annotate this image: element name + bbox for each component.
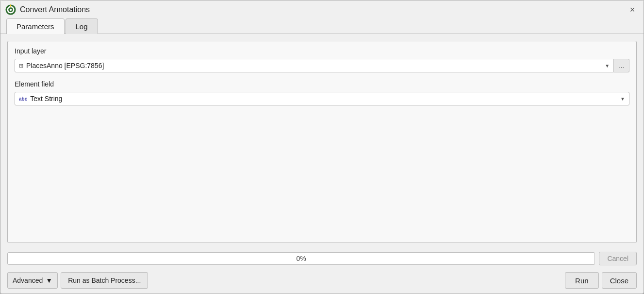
convert-annotations-dialog: Convert Annotations × Parameters Log Inp…: [0, 0, 644, 294]
element-field-value: Text String: [30, 95, 62, 103]
window-close-button[interactable]: ×: [627, 4, 638, 15]
progress-row: 0% Cancel: [0, 248, 644, 269]
input-layer-value-container: ⊞ PlacesAnno [EPSG:7856]: [19, 62, 104, 69]
parameters-panel: Input layer ⊞ PlacesAnno [EPSG:7856] ▼ .…: [7, 41, 637, 243]
abc-icon: abc: [19, 96, 27, 102]
input-layer-dropdown-arrow: ▼: [605, 63, 610, 69]
content-area: Input layer ⊞ PlacesAnno [EPSG:7856] ▼ .…: [0, 34, 644, 248]
progress-text: 0%: [297, 255, 306, 262]
input-layer-browse-button[interactable]: ...: [614, 59, 629, 72]
advanced-label: Advanced: [13, 277, 43, 284]
advanced-button[interactable]: Advanced ▼: [7, 272, 58, 289]
bottom-left: Advanced ▼ Run as Batch Process...: [7, 272, 148, 289]
input-layer-combo[interactable]: ⊞ PlacesAnno [EPSG:7856] ▼: [15, 59, 614, 72]
close-dialog-button[interactable]: Close: [602, 272, 637, 289]
qgis-logo-icon: [5, 4, 16, 15]
element-field-value-container: abc Text String: [19, 95, 62, 103]
element-field-combo[interactable]: abc Text String ▼: [15, 92, 629, 105]
svg-point-3: [10, 9, 12, 11]
progress-bar: 0%: [7, 252, 595, 265]
bottom-right: Run Close: [565, 272, 637, 289]
input-layer-label: Input layer: [15, 47, 629, 55]
dialog-title: Convert Annotations: [20, 5, 90, 14]
input-layer-value: PlacesAnno [EPSG:7856]: [26, 62, 104, 69]
tab-parameters[interactable]: Parameters: [6, 18, 65, 34]
advanced-arrow-icon: ▼: [46, 277, 52, 284]
cancel-button[interactable]: Cancel: [599, 252, 637, 265]
bottom-bar: Advanced ▼ Run as Batch Process... Run C…: [0, 269, 644, 294]
run-button[interactable]: Run: [565, 272, 599, 289]
tab-log[interactable]: Log: [66, 18, 98, 34]
layer-icon: ⊞: [19, 63, 23, 69]
batch-process-button[interactable]: Run as Batch Process...: [61, 272, 148, 289]
input-layer-row: ⊞ PlacesAnno [EPSG:7856] ▼ ...: [15, 59, 629, 72]
title-bar: Convert Annotations ×: [0, 0, 644, 18]
title-left: Convert Annotations: [5, 4, 90, 15]
element-field-row: abc Text String ▼: [15, 92, 629, 105]
element-field-label: Element field: [15, 80, 629, 88]
tabs-bar: Parameters Log: [0, 18, 644, 34]
element-field-dropdown-arrow: ▼: [620, 96, 625, 102]
